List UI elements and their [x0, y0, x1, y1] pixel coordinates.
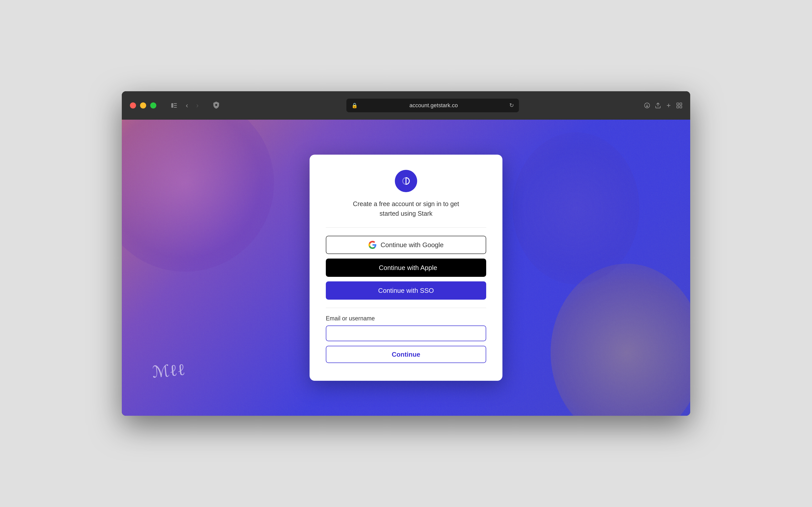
traffic-lights: [130, 102, 156, 109]
grid-view-button[interactable]: [676, 103, 682, 108]
handwriting-decoration: ℳℓℓ: [151, 360, 186, 382]
browser-actions: [644, 102, 682, 109]
url-text: account.getstark.co: [361, 102, 506, 109]
apple-button-label: Continue with Apple: [379, 264, 437, 272]
reload-button[interactable]: ↻: [509, 102, 514, 109]
google-icon: [368, 241, 376, 249]
divider-top: [326, 227, 486, 228]
stark-logo: [395, 170, 417, 192]
forward-button[interactable]: ›: [194, 101, 200, 110]
svg-rect-1: [174, 103, 177, 104]
maximize-button[interactable]: [150, 102, 156, 109]
google-button-label: Continue with Google: [380, 241, 444, 249]
browser-controls: ‹ ›: [168, 101, 201, 110]
address-bar[interactable]: 🔒 account.getstark.co ↻: [346, 99, 519, 112]
minimize-button[interactable]: [140, 102, 146, 109]
divider-bottom: [326, 308, 486, 308]
new-tab-button[interactable]: [666, 103, 671, 108]
sso-signin-button[interactable]: Continue with SSO: [326, 281, 486, 300]
email-input[interactable]: [326, 326, 486, 341]
svg-point-4: [215, 104, 217, 106]
svg-rect-2: [174, 105, 177, 106]
svg-rect-6: [677, 103, 679, 105]
back-button[interactable]: ‹: [184, 101, 190, 110]
downloads-button[interactable]: [644, 102, 650, 109]
browser-window: ‹ › 🔒 account.getstark.co ↻: [122, 91, 690, 416]
login-card: Create a free account or sign in to get …: [310, 155, 502, 381]
svg-rect-9: [680, 106, 682, 108]
address-bar-container: 🔒 account.getstark.co ↻: [227, 99, 638, 112]
page-content: ℳℓℓ Create a free account or sign in to …: [122, 120, 690, 416]
shield-icon: [213, 101, 219, 110]
email-label: Email or username: [326, 315, 486, 322]
apple-signin-button[interactable]: Continue with Apple: [326, 259, 486, 277]
google-signin-button[interactable]: Continue with Google: [326, 236, 486, 254]
continue-button-label: Continue: [392, 351, 420, 358]
sso-button-label: Continue with SSO: [378, 287, 434, 294]
share-button[interactable]: [655, 102, 661, 109]
continue-button[interactable]: Continue: [326, 346, 486, 363]
close-button[interactable]: [130, 102, 136, 109]
svg-rect-3: [174, 107, 177, 108]
sidebar-toggle-button[interactable]: [168, 102, 180, 109]
svg-rect-7: [680, 103, 682, 105]
svg-rect-0: [171, 103, 173, 108]
tagline-text: Create a free account or sign in to get …: [350, 199, 462, 218]
svg-rect-8: [677, 106, 679, 108]
stark-logo-svg: [400, 175, 412, 187]
browser-chrome: ‹ › 🔒 account.getstark.co ↻: [122, 91, 690, 120]
lock-icon: 🔒: [351, 102, 358, 109]
